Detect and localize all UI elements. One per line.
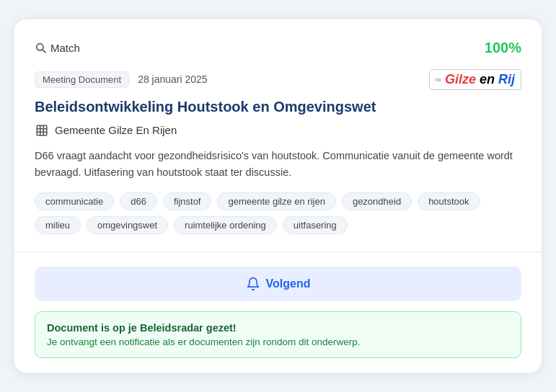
tag-item: gemeente gilze en rijen bbox=[217, 192, 335, 210]
tag-item: ruimtelijke ordening bbox=[174, 216, 277, 234]
organization-logo: ∞ Gilze en Rij bbox=[429, 69, 521, 90]
tags-container: communicatied66fijnstofgemeente gilze en… bbox=[35, 192, 521, 234]
meta-row: Meeting Document 28 januari 2025 ∞ Gilze… bbox=[35, 69, 521, 90]
tag-item: omgevingswet bbox=[87, 216, 168, 234]
svg-rect-2 bbox=[37, 125, 47, 135]
tag-item: uitfasering bbox=[283, 216, 348, 234]
document-description: D66 vraagt aandacht voor gezondheidsrisi… bbox=[35, 148, 521, 181]
tag-item: communicatie bbox=[35, 192, 114, 210]
tag-item: houtstook bbox=[418, 192, 480, 210]
document-date: 28 januari 2025 bbox=[138, 74, 208, 85]
volgend-label: Volgend bbox=[266, 277, 311, 290]
tag-item: d66 bbox=[120, 192, 157, 210]
tag-item: fijnstof bbox=[163, 192, 212, 210]
notification-box: Document is op je Beleidsradar gezet! Je… bbox=[35, 311, 521, 358]
search-icon bbox=[35, 42, 46, 53]
logo-connector: en bbox=[476, 72, 498, 86]
notification-title: Document is op je Beleidsradar gezet! bbox=[47, 322, 509, 334]
divider bbox=[14, 251, 542, 252]
tag-item: gezondheid bbox=[342, 192, 412, 210]
meta-left: Meeting Document 28 januari 2025 bbox=[35, 71, 208, 88]
tag-item: milieu bbox=[35, 216, 81, 234]
bell-icon bbox=[246, 277, 260, 291]
match-text: Match bbox=[50, 42, 80, 54]
document-type-badge: Meeting Document bbox=[35, 71, 129, 88]
match-percent: 100% bbox=[485, 40, 521, 56]
org-name: Gemeente Gilze En Rijen bbox=[55, 124, 177, 136]
logo-red: Gilze bbox=[445, 72, 476, 86]
top-row: Match 100% bbox=[35, 40, 521, 56]
document-card: Match 100% Meeting Document 28 januari 2… bbox=[14, 19, 542, 373]
logo-text: Gilze en Rij bbox=[445, 72, 515, 87]
svg-line-1 bbox=[43, 50, 45, 53]
organization-row: Gemeente Gilze En Rijen bbox=[35, 123, 521, 138]
building-icon bbox=[35, 123, 49, 138]
logo-blue: Rij bbox=[498, 72, 515, 86]
notification-text: Je ontvangt een notificatie als er docum… bbox=[47, 337, 509, 347]
logo-mark: ∞ bbox=[436, 75, 441, 84]
volgend-button[interactable]: Volgend bbox=[35, 267, 521, 301]
match-label: Match bbox=[35, 42, 80, 54]
document-title: Beleidsontwikkeling Houtstook en Omgevin… bbox=[35, 97, 521, 116]
